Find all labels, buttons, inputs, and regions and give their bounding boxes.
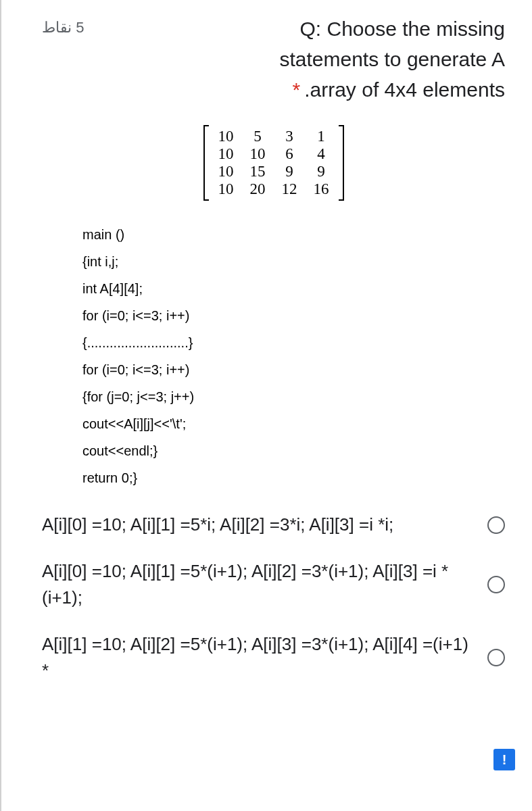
matrix-bracket-right xyxy=(339,125,344,201)
matrix-cell: 3 xyxy=(274,128,306,145)
question-title: Q: Choose the missing statements to gene… xyxy=(111,14,505,105)
matrix-table: 10 5 3 1 10 10 6 4 10 15 9 9 10 20 12 xyxy=(210,128,337,198)
code-line: {for (j=0; j<=3; j++) xyxy=(82,383,505,410)
matrix-cell: 9 xyxy=(306,163,337,180)
option-1[interactable]: A[i][0] =10; A[i][1] =5*i; A[i][2] =3*i;… xyxy=(42,512,505,538)
code-line: cout<<endl;} xyxy=(82,437,505,464)
matrix-cell: 20 xyxy=(242,180,274,198)
code-line: {...........................} xyxy=(82,329,505,356)
matrix-cell: 10 xyxy=(210,163,242,180)
matrix-cell: 9 xyxy=(274,163,306,180)
matrix-cell: 16 xyxy=(306,180,337,198)
code-line: main () xyxy=(82,221,505,248)
points-label: 5 نقاط xyxy=(42,14,84,36)
matrix-row: 10 20 12 16 xyxy=(210,180,337,198)
matrix-cell: 4 xyxy=(306,145,337,163)
option-3[interactable]: A[i][1] =10; A[i][2] =5*(i+1); A[i][3] =… xyxy=(42,631,505,684)
code-line: int A[4][4]; xyxy=(82,275,505,302)
matrix-bracket-left xyxy=(203,125,209,201)
matrix-row: 10 5 3 1 xyxy=(210,128,337,145)
matrix-row: 10 15 9 9 xyxy=(210,163,337,180)
question-header: 5 نقاط Q: Choose the missing statements … xyxy=(42,14,505,105)
radio-button[interactable] xyxy=(487,576,505,593)
code-line: {int i,j; xyxy=(82,248,505,275)
radio-button[interactable] xyxy=(487,649,505,666)
code-line: for (i=0; i<=3; i++) xyxy=(82,302,505,329)
matrix-container: 10 5 3 1 10 10 6 4 10 15 9 9 10 20 12 xyxy=(42,125,505,201)
option-text: A[i][1] =10; A[i][2] =5*(i+1); A[i][3] =… xyxy=(42,631,474,684)
matrix-cell: 6 xyxy=(274,145,306,163)
option-text: A[i][0] =10; A[i][1] =5*i; A[i][2] =3*i;… xyxy=(42,512,474,538)
radio-button[interactable] xyxy=(487,516,505,534)
matrix-cell: 10 xyxy=(210,145,242,163)
feedback-badge[interactable]: ! xyxy=(493,749,515,770)
matrix-cell: 5 xyxy=(242,128,274,145)
matrix-cell: 10 xyxy=(242,145,274,163)
code-line: return 0;} xyxy=(82,464,505,491)
code-line: cout<<A[i][j]<<'\t'; xyxy=(82,410,505,437)
code-block: main () {int i,j; int A[4][4]; for (i=0;… xyxy=(82,221,505,491)
matrix-cell: 1 xyxy=(306,128,337,145)
title-line1: Q: Choose the missing xyxy=(300,18,505,40)
options-group: A[i][0] =10; A[i][1] =5*i; A[i][2] =3*i;… xyxy=(42,512,505,684)
title-line2: statements to generate A xyxy=(279,48,505,70)
title-line3: .array of 4x4 elements xyxy=(304,78,505,101)
code-line: for (i=0; i<=3; i++) xyxy=(82,356,505,383)
exclamation-icon: ! xyxy=(502,752,507,768)
matrix-row: 10 10 6 4 xyxy=(210,145,337,163)
option-text: A[i][0] =10; A[i][1] =5*(i+1); A[i][2] =… xyxy=(42,558,474,611)
matrix-cell: 12 xyxy=(274,180,306,198)
required-star: * xyxy=(293,78,301,101)
matrix-cell: 10 xyxy=(210,128,242,145)
matrix: 10 5 3 1 10 10 6 4 10 15 9 9 10 20 12 xyxy=(203,125,344,201)
matrix-cell: 15 xyxy=(242,163,274,180)
matrix-cell: 10 xyxy=(210,180,242,198)
option-2[interactable]: A[i][0] =10; A[i][1] =5*(i+1); A[i][2] =… xyxy=(42,558,505,611)
